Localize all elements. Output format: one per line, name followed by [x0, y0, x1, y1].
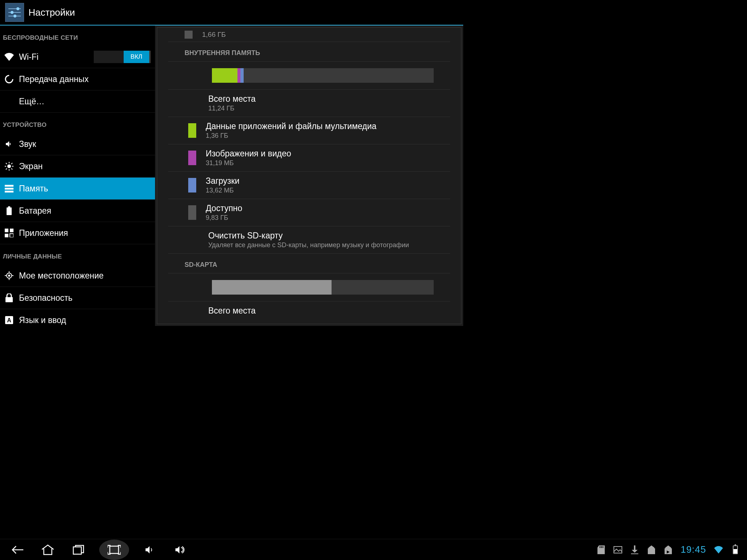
storage-media[interactable]: Изображения и видео 31,19 МБ: [168, 144, 450, 172]
sd-storage-bar-row: [168, 273, 450, 302]
storage-item-name: Всего места: [208, 306, 256, 316]
sd-storage-bar: [212, 280, 434, 295]
settings-sidebar: БЕСПРОВОДНЫЕ СЕТИ Wi-Fi ВКЛ Передача дан…: [0, 26, 155, 326]
storage-item-name: Изображения и видео: [206, 149, 291, 159]
sidebar-item-location[interactable]: Мое местоположение: [0, 265, 155, 287]
sidebar-item-apps[interactable]: Приложения: [0, 222, 155, 244]
detail-pane: 1,66 ГБ ВНУТРЕННЯЯ ПАМЯТЬ Всего места 11…: [155, 26, 463, 326]
storage-swatch: [188, 151, 196, 165]
wifi-icon: [4, 52, 14, 62]
sidebar-item-language[interactable]: A Язык и ввод: [0, 309, 155, 326]
storage-icon: [4, 184, 14, 193]
svg-line-8: [6, 168, 7, 170]
storage-item-subtitle: Удаляет все данные с SD-карты, например …: [208, 241, 409, 249]
storage-item-value: 9,83 ГБ: [206, 214, 242, 222]
sidebar-item-display[interactable]: Экран: [0, 155, 155, 178]
sidebar-item-label: Батарея: [19, 206, 151, 216]
action-bar: Настройки: [0, 0, 463, 26]
category-wireless: БЕСПРОВОДНЫЕ СЕТИ: [0, 26, 155, 46]
svg-rect-11: [5, 188, 13, 190]
battery-icon: [4, 206, 14, 215]
data-usage-icon: [4, 74, 14, 84]
storage-apps[interactable]: Данные приложений и файлы мультимедиа 1,…: [168, 117, 450, 144]
storage-item-value: 1,36 ГБ: [206, 132, 376, 140]
svg-rect-16: [10, 229, 13, 232]
svg-rect-12: [5, 191, 13, 192]
sidebar-item-wifi[interactable]: Wi-Fi ВКЛ: [0, 46, 155, 68]
sidebar-item-label: Память: [19, 184, 151, 194]
internal-storage-bar-row: [168, 62, 450, 90]
language-icon: A: [4, 315, 14, 325]
section-internal-storage: ВНУТРЕННЯЯ ПАМЯТЬ: [168, 42, 450, 62]
storage-swatch: [188, 178, 196, 192]
lock-icon: [4, 293, 14, 303]
apps-icon: [4, 228, 14, 238]
sidebar-item-data-usage[interactable]: Передача данных: [0, 68, 155, 90]
storage-item-name: Данные приложений и файлы мультимедиа: [206, 121, 376, 131]
sidebar-item-label: Мое местоположение: [19, 271, 151, 281]
sidebar-item-label: Язык и ввод: [19, 315, 151, 325]
storage-item-value: 13,62 МБ: [206, 187, 240, 194]
svg-point-0: [5, 75, 13, 83]
svg-line-9: [11, 163, 12, 164]
storage-item-name: Очистить SD-карту: [208, 231, 409, 241]
svg-rect-15: [5, 229, 8, 232]
brightness-icon: [4, 162, 14, 171]
svg-text:A: A: [7, 317, 11, 323]
storage-total[interactable]: Всего места 11,24 ГБ: [168, 90, 450, 117]
sidebar-item-label: Передача данных: [19, 74, 151, 84]
storage-swatch: [185, 31, 193, 39]
svg-rect-13: [8, 206, 10, 207]
svg-rect-17: [5, 234, 8, 237]
sidebar-item-label: Ещё…: [19, 97, 151, 106]
storage-item-value: 1,66 ГБ: [202, 31, 226, 39]
svg-line-7: [11, 168, 12, 170]
sidebar-item-more[interactable]: Ещё…: [0, 90, 155, 113]
storage-item-name: Всего места: [208, 94, 256, 104]
sidebar-item-label: Безопасность: [19, 293, 151, 303]
storage-swatch: [188, 205, 196, 220]
sidebar-item-battery[interactable]: Батарея: [0, 200, 155, 222]
toggle-on-label: ВКЛ: [124, 51, 149, 63]
sidebar-item-sound[interactable]: Звук: [0, 133, 155, 155]
sd-total[interactable]: Всего места: [168, 302, 450, 320]
storage-downloads[interactable]: Загрузки 13,62 МБ: [168, 172, 450, 199]
category-device: УСТРОЙСТВО: [0, 113, 155, 133]
sidebar-item-storage[interactable]: Память: [0, 178, 155, 200]
storage-available[interactable]: Доступно 9,83 ГБ: [168, 199, 450, 226]
sidebar-item-security[interactable]: Безопасность: [0, 287, 155, 309]
sidebar-item-label: Звук: [19, 139, 151, 149]
page-title: Настройки: [28, 7, 75, 18]
svg-point-1: [7, 164, 11, 168]
svg-line-6: [6, 163, 7, 164]
sound-icon: [4, 139, 14, 149]
section-sd-card: SD-КАРТА: [168, 254, 450, 273]
svg-rect-10: [5, 185, 13, 187]
storage-item-partial[interactable]: 1,66 ГБ: [168, 28, 450, 42]
storage-item-name: Загрузки: [206, 176, 240, 186]
storage-erase-sd[interactable]: Очистить SD-карту Удаляет все данные с S…: [168, 226, 450, 254]
settings-app-icon: [5, 3, 24, 22]
storage-item-value: 11,24 ГБ: [208, 105, 256, 112]
sidebar-item-label: Приложения: [19, 228, 151, 238]
storage-swatch: [188, 123, 196, 138]
svg-rect-25: [5, 297, 13, 302]
storage-item-value: 31,19 МБ: [206, 159, 291, 167]
svg-rect-14: [7, 207, 12, 215]
svg-rect-18: [10, 234, 13, 237]
sidebar-item-label: Экран: [19, 162, 151, 171]
internal-storage-bar: [212, 68, 434, 83]
category-personal: ЛИЧНЫЕ ДАННЫЕ: [0, 244, 155, 265]
svg-point-20: [8, 275, 10, 276]
wifi-toggle[interactable]: ВКЛ: [94, 51, 151, 63]
sidebar-item-label: Wi-Fi: [19, 52, 94, 62]
storage-item-name: Доступно: [206, 203, 242, 213]
location-icon: [4, 271, 14, 280]
